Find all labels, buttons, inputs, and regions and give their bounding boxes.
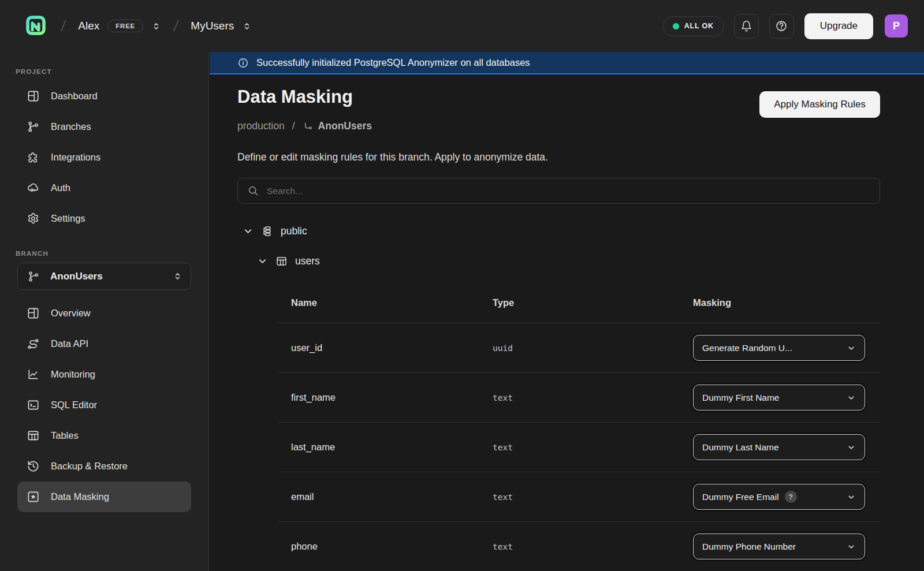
data-api-icon (27, 337, 40, 350)
success-banner: Successfully initialized PostgreSQL Anon… (210, 52, 924, 74)
column-type-cell: text (493, 393, 693, 402)
question-mark-icon (775, 20, 788, 32)
masking-help-badge[interactable]: ? (785, 491, 797, 503)
sidebar-item-data-api[interactable]: Data API (17, 329, 191, 359)
chevron-down-icon (847, 443, 856, 452)
table-header-row: Name Type Masking (278, 283, 880, 323)
chevron-up-down-icon (151, 21, 161, 31)
top-header: / Alex FREE / MyUsers ALL OK (0, 0, 924, 52)
masking-select-value: Dummy Phone Number (702, 542, 796, 552)
status-badge[interactable]: ALL OK (663, 16, 724, 36)
help-button[interactable] (769, 14, 794, 39)
table-row: last_name text Dummy Last Name (278, 423, 880, 472)
notifications-button[interactable] (734, 14, 759, 39)
search-icon (247, 185, 259, 197)
upgrade-button[interactable]: Upgrade (804, 13, 873, 39)
breadcrumb-parent[interactable]: production (237, 120, 285, 132)
table-icon (275, 255, 288, 267)
column-type-cell: text (493, 492, 693, 502)
main-content: Successfully initialized PostgreSQL Anon… (210, 52, 924, 571)
tree-node-table[interactable]: users (257, 255, 320, 267)
masking-select-value: Dummy Last Name (702, 442, 779, 453)
column-name-cell: user_id (291, 342, 493, 353)
info-icon (237, 57, 249, 69)
tree-node-schema[interactable]: public (243, 225, 307, 237)
columns-table: Name Type Masking user_id uuid Generate … (278, 283, 880, 571)
header-separator: / (60, 17, 67, 35)
column-name-cell: phone (291, 541, 493, 552)
sidebar-item-tables[interactable]: Tables (17, 420, 191, 451)
masking-select[interactable]: Dummy Last Name (693, 434, 865, 460)
sidebar-item-integrations[interactable]: Integrations (17, 142, 191, 173)
neon-logo-icon[interactable] (22, 13, 49, 39)
masking-select[interactable]: Generate Random U... (693, 335, 865, 361)
column-type-cell: uuid (493, 344, 693, 353)
table-name: users (295, 255, 320, 267)
sidebar-item-backup-restore[interactable]: Backup & Restore (17, 451, 191, 482)
sidebar-item-overview[interactable]: Overview (17, 298, 191, 329)
schema-name: public (281, 225, 307, 237)
monitoring-icon (27, 368, 40, 381)
auth-icon (27, 181, 40, 195)
column-header-name: Name (291, 297, 493, 308)
user-avatar[interactable]: P (885, 14, 908, 38)
sidebar-section-project: PROJECT (16, 68, 208, 75)
chevron-down-icon (847, 492, 856, 502)
chevron-down-icon[interactable] (243, 226, 254, 237)
org-switcher[interactable]: Alex FREE (78, 20, 161, 32)
column-type-cell: text (493, 443, 693, 452)
table-row: user_id uuid Generate Random U... (278, 323, 880, 373)
table-row: email text Dummy Free Email ? (278, 472, 880, 522)
breadcrumb-separator: / (292, 120, 295, 132)
data-masking-icon (27, 490, 40, 503)
branch-icon (27, 270, 40, 283)
branch-selector-value: AnonUsers (50, 271, 162, 282)
sidebar-item-monitoring[interactable]: Monitoring (17, 359, 191, 390)
branch-selector[interactable]: AnonUsers (17, 263, 191, 290)
dashboard-icon (27, 89, 40, 103)
chevron-down-icon[interactable] (257, 256, 268, 267)
masking-select-value: Dummy Free Email (702, 492, 779, 502)
sidebar-item-dashboard[interactable]: Dashboard (17, 81, 191, 111)
page-description: Define or edit masking rules for this br… (237, 151, 548, 163)
masking-select[interactable]: Dummy Phone Number (693, 533, 865, 559)
breadcrumb: production / AnonUsers (237, 120, 372, 132)
masking-select-value: Generate Random U... (702, 343, 792, 353)
chevron-up-down-icon (242, 21, 252, 31)
column-type-cell: text (493, 542, 693, 551)
table-row: first_name text Dummy First Name (278, 373, 880, 423)
breadcrumb-current[interactable]: AnonUsers (303, 120, 372, 132)
masking-select[interactable]: Dummy First Name (693, 385, 865, 410)
project-switcher[interactable]: MyUsers (191, 20, 252, 32)
sidebar: PROJECT Dashboard Branches Integrations … (0, 52, 209, 571)
project-nav-list: Dashboard Branches Integrations Auth Set… (0, 81, 208, 234)
masking-select-value: Dummy First Name (702, 393, 779, 403)
sidebar-item-data-masking[interactable]: Data Masking (17, 482, 191, 512)
branch-child-icon (303, 121, 314, 132)
apply-masking-rules-button[interactable]: Apply Masking Rules (759, 91, 880, 118)
sql-editor-icon (27, 398, 40, 412)
header-separator: / (173, 17, 180, 35)
branch-nav-list: Overview Data API Monitoring SQL Editor … (0, 298, 208, 512)
bell-icon (740, 20, 752, 32)
sidebar-item-settings[interactable]: Settings (17, 203, 191, 234)
chevron-up-down-icon (173, 271, 182, 281)
schema-icon (261, 225, 273, 237)
column-header-type: Type (493, 297, 693, 308)
sidebar-item-branches[interactable]: Branches (17, 111, 191, 142)
sidebar-item-auth[interactable]: Auth (17, 173, 191, 203)
overview-icon (27, 307, 40, 320)
settings-icon (27, 212, 40, 225)
branches-icon (27, 120, 40, 133)
masking-select[interactable]: Dummy Free Email ? (693, 484, 865, 510)
table-body: user_id uuid Generate Random U... first_… (278, 323, 880, 571)
sidebar-item-sql-editor[interactable]: SQL Editor (17, 390, 191, 420)
app-window: / Alex FREE / MyUsers ALL OK (0, 0, 924, 571)
search-input[interactable] (267, 186, 870, 196)
column-name-cell: last_name (291, 442, 493, 453)
column-name-cell: first_name (291, 392, 493, 403)
chevron-down-icon (847, 344, 856, 353)
chevron-down-icon (847, 542, 856, 551)
column-header-masking: Masking (693, 297, 880, 308)
banner-text: Successfully initialized PostgreSQL Anon… (256, 57, 530, 68)
